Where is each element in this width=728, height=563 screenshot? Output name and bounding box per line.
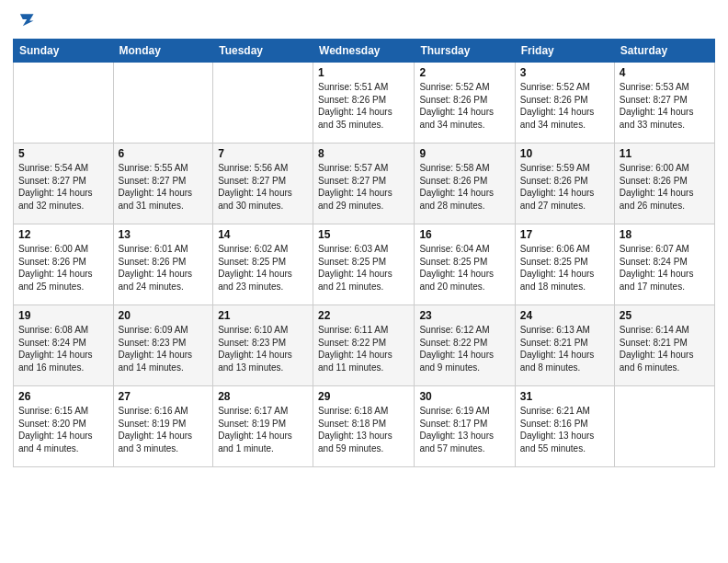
day-number: 16 xyxy=(419,228,509,241)
day-number: 11 xyxy=(620,147,710,160)
day-number: 31 xyxy=(520,390,609,403)
day-info: Sunrise: 6:10 AMSunset: 8:23 PMDaylight:… xyxy=(218,324,308,373)
day-number: 22 xyxy=(318,309,409,322)
table-row: 7Sunrise: 5:56 AMSunset: 8:27 PMDaylight… xyxy=(213,144,313,224)
day-info: Sunrise: 6:13 AMSunset: 8:21 PMDaylight:… xyxy=(520,324,609,373)
day-number: 1 xyxy=(318,66,409,79)
day-info: Sunrise: 6:19 AMSunset: 8:17 PMDaylight:… xyxy=(419,405,509,454)
calendar-week-row: 1Sunrise: 5:51 AMSunset: 8:26 PMDaylight… xyxy=(14,63,715,144)
table-row: 3Sunrise: 5:52 AMSunset: 8:26 PMDaylight… xyxy=(515,63,614,144)
table-row: 16Sunrise: 6:04 AMSunset: 8:25 PMDayligh… xyxy=(415,224,515,305)
table-row: 25Sunrise: 6:14 AMSunset: 8:21 PMDayligh… xyxy=(614,305,714,386)
day-info: Sunrise: 6:18 AMSunset: 8:18 PMDaylight:… xyxy=(318,405,409,454)
table-row xyxy=(213,63,313,144)
table-row: 15Sunrise: 6:03 AMSunset: 8:25 PMDayligh… xyxy=(313,224,415,305)
header-sunday: Sunday xyxy=(14,40,114,63)
day-info: Sunrise: 6:01 AMSunset: 8:26 PMDaylight:… xyxy=(119,243,209,293)
day-number: 17 xyxy=(520,228,609,241)
table-row: 8Sunrise: 5:57 AMSunset: 8:27 PMDaylight… xyxy=(313,144,415,224)
svg-marker-0 xyxy=(20,14,34,26)
day-number: 10 xyxy=(520,147,609,160)
calendar-week-row: 26Sunrise: 6:15 AMSunset: 8:20 PMDayligh… xyxy=(14,386,715,467)
day-info: Sunrise: 6:15 AMSunset: 8:20 PMDaylight:… xyxy=(18,405,108,454)
day-number: 6 xyxy=(119,147,209,160)
day-number: 9 xyxy=(419,147,509,160)
table-row: 18Sunrise: 6:07 AMSunset: 8:24 PMDayligh… xyxy=(614,224,714,305)
day-number: 13 xyxy=(119,228,209,241)
table-row: 21Sunrise: 6:10 AMSunset: 8:23 PMDayligh… xyxy=(213,305,313,386)
table-row: 6Sunrise: 5:55 AMSunset: 8:27 PMDaylight… xyxy=(113,144,213,224)
table-row: 9Sunrise: 5:58 AMSunset: 8:26 PMDaylight… xyxy=(415,144,515,224)
table-row: 22Sunrise: 6:11 AMSunset: 8:22 PMDayligh… xyxy=(313,305,415,386)
day-number: 24 xyxy=(520,309,609,322)
calendar-table: Sunday Monday Tuesday Wednesday Thursday… xyxy=(13,39,715,467)
day-info: Sunrise: 5:52 AMSunset: 8:26 PMDaylight:… xyxy=(419,81,509,131)
day-info: Sunrise: 6:03 AMSunset: 8:25 PMDaylight:… xyxy=(318,243,409,293)
day-info: Sunrise: 6:14 AMSunset: 8:21 PMDaylight:… xyxy=(620,324,710,373)
day-number: 18 xyxy=(620,228,710,241)
day-number: 14 xyxy=(218,228,308,241)
day-number: 4 xyxy=(620,66,710,79)
day-info: Sunrise: 6:00 AMSunset: 8:26 PMDaylight:… xyxy=(18,243,108,293)
calendar-week-row: 12Sunrise: 6:00 AMSunset: 8:26 PMDayligh… xyxy=(14,224,715,305)
day-number: 15 xyxy=(318,228,409,241)
day-number: 26 xyxy=(18,390,108,403)
day-info: Sunrise: 5:51 AMSunset: 8:26 PMDaylight:… xyxy=(318,81,409,131)
day-number: 25 xyxy=(620,309,710,322)
table-row: 1Sunrise: 5:51 AMSunset: 8:26 PMDaylight… xyxy=(313,63,415,144)
day-info: Sunrise: 6:08 AMSunset: 8:24 PMDaylight:… xyxy=(18,324,108,373)
calendar-week-row: 19Sunrise: 6:08 AMSunset: 8:24 PMDayligh… xyxy=(14,305,715,386)
day-info: Sunrise: 6:09 AMSunset: 8:23 PMDaylight:… xyxy=(119,324,209,373)
header-tuesday: Tuesday xyxy=(213,40,313,63)
day-number: 19 xyxy=(18,309,108,322)
table-row: 12Sunrise: 6:00 AMSunset: 8:26 PMDayligh… xyxy=(14,224,114,305)
table-row: 19Sunrise: 6:08 AMSunset: 8:24 PMDayligh… xyxy=(14,305,114,386)
table-row: 10Sunrise: 5:59 AMSunset: 8:26 PMDayligh… xyxy=(515,144,614,224)
table-row: 31Sunrise: 6:21 AMSunset: 8:16 PMDayligh… xyxy=(515,386,614,467)
day-number: 20 xyxy=(119,309,209,322)
day-number: 7 xyxy=(218,147,308,160)
day-info: Sunrise: 5:52 AMSunset: 8:26 PMDaylight:… xyxy=(520,81,609,131)
table-row: 14Sunrise: 6:02 AMSunset: 8:25 PMDayligh… xyxy=(213,224,313,305)
day-number: 2 xyxy=(419,66,509,79)
day-info: Sunrise: 6:12 AMSunset: 8:22 PMDaylight:… xyxy=(419,324,509,373)
table-row: 23Sunrise: 6:12 AMSunset: 8:22 PMDayligh… xyxy=(415,305,515,386)
table-row: 5Sunrise: 5:54 AMSunset: 8:27 PMDaylight… xyxy=(14,144,114,224)
day-info: Sunrise: 6:07 AMSunset: 8:24 PMDaylight:… xyxy=(620,243,710,293)
table-row: 27Sunrise: 6:16 AMSunset: 8:19 PMDayligh… xyxy=(113,386,213,467)
table-row xyxy=(614,386,714,467)
table-row: 29Sunrise: 6:18 AMSunset: 8:18 PMDayligh… xyxy=(313,386,415,467)
day-number: 5 xyxy=(18,147,108,160)
day-number: 21 xyxy=(218,309,308,322)
day-info: Sunrise: 6:21 AMSunset: 8:16 PMDaylight:… xyxy=(520,405,609,454)
day-info: Sunrise: 6:04 AMSunset: 8:25 PMDaylight:… xyxy=(419,243,509,293)
table-row: 24Sunrise: 6:13 AMSunset: 8:21 PMDayligh… xyxy=(515,305,614,386)
table-row: 28Sunrise: 6:17 AMSunset: 8:19 PMDayligh… xyxy=(213,386,313,467)
day-info: Sunrise: 5:56 AMSunset: 8:27 PMDaylight:… xyxy=(218,162,308,212)
header-saturday: Saturday xyxy=(614,40,714,63)
day-info: Sunrise: 5:55 AMSunset: 8:27 PMDaylight:… xyxy=(119,162,209,212)
day-number: 23 xyxy=(419,309,509,322)
header-friday: Friday xyxy=(515,40,614,63)
day-info: Sunrise: 5:57 AMSunset: 8:27 PMDaylight:… xyxy=(318,162,409,212)
day-info: Sunrise: 6:16 AMSunset: 8:19 PMDaylight:… xyxy=(119,405,209,454)
table-row: 30Sunrise: 6:19 AMSunset: 8:17 PMDayligh… xyxy=(415,386,515,467)
day-info: Sunrise: 5:59 AMSunset: 8:26 PMDaylight:… xyxy=(520,162,609,212)
table-row xyxy=(14,63,114,144)
day-info: Sunrise: 6:17 AMSunset: 8:19 PMDaylight:… xyxy=(218,405,308,454)
day-number: 12 xyxy=(18,228,108,241)
day-info: Sunrise: 6:02 AMSunset: 8:25 PMDaylight:… xyxy=(218,243,308,293)
day-info: Sunrise: 6:00 AMSunset: 8:26 PMDaylight:… xyxy=(620,162,710,212)
day-number: 3 xyxy=(520,66,609,79)
table-row xyxy=(113,63,213,144)
table-row: 26Sunrise: 6:15 AMSunset: 8:20 PMDayligh… xyxy=(14,386,114,467)
header-wednesday: Wednesday xyxy=(313,40,415,63)
header-thursday: Thursday xyxy=(415,40,515,63)
table-row: 17Sunrise: 6:06 AMSunset: 8:25 PMDayligh… xyxy=(515,224,614,305)
day-info: Sunrise: 6:11 AMSunset: 8:22 PMDaylight:… xyxy=(318,324,409,373)
day-number: 27 xyxy=(119,390,209,403)
day-number: 8 xyxy=(318,147,409,160)
day-number: 28 xyxy=(218,390,308,403)
calendar-week-row: 5Sunrise: 5:54 AMSunset: 8:27 PMDaylight… xyxy=(14,144,715,224)
table-row: 2Sunrise: 5:52 AMSunset: 8:26 PMDaylight… xyxy=(415,63,515,144)
